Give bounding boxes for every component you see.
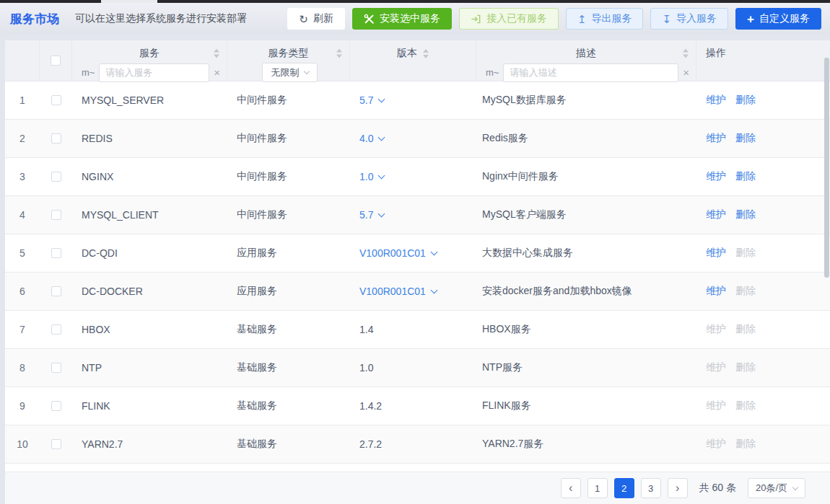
version-sort-icon[interactable] bbox=[423, 49, 429, 58]
type-filter-select[interactable]: 无限制 bbox=[262, 63, 318, 82]
version-select[interactable]: 5.7 bbox=[359, 94, 384, 106]
chevron-down-icon bbox=[378, 210, 385, 217]
description-filter-clear-icon[interactable]: × bbox=[683, 67, 689, 78]
row-checkbox[interactable] bbox=[51, 401, 61, 411]
version-cell: 1.4.2 bbox=[350, 400, 476, 412]
table-row: 10 YARN2.7 基础服务 2.7.2 YARN2.7服务 维护 删除 bbox=[5, 425, 830, 464]
log-in-icon bbox=[471, 14, 481, 25]
delete-link[interactable]: 删除 bbox=[735, 208, 756, 221]
description-filter-mode[interactable]: m~ bbox=[486, 67, 499, 78]
delete-link: 删除 bbox=[735, 361, 756, 374]
chevron-down-icon bbox=[378, 172, 385, 179]
service-column-label: 服务 bbox=[139, 47, 160, 60]
maintain-link: 维护 bbox=[706, 361, 726, 374]
refresh-button[interactable]: ↻ 刷新 bbox=[287, 8, 345, 30]
version-select[interactable]: V100R001C01 bbox=[359, 286, 437, 297]
version-cell: 5.7 bbox=[350, 94, 476, 106]
table-row: 1 MYSQL_SERVER 中间件服务 5.7 MySQL数据库服务 维护 删… bbox=[5, 81, 830, 120]
service-description: MySQL客户端服务 bbox=[476, 208, 696, 221]
row-checkbox[interactable] bbox=[51, 172, 61, 182]
vertical-scrollbar[interactable] bbox=[824, 58, 829, 278]
install-selected-button[interactable]: 安装选中服务 bbox=[352, 8, 452, 30]
service-name: NGINX bbox=[72, 171, 227, 182]
row-checkbox[interactable] bbox=[51, 210, 61, 220]
page-subtitle: 可以在这里选择系统服务进行安装部署 bbox=[75, 12, 247, 25]
version-select[interactable]: V100R001C01 bbox=[359, 247, 437, 259]
page-title: 服务市场 bbox=[10, 11, 59, 27]
service-description: 安装docker服务and加载hbox镜像 bbox=[476, 285, 696, 298]
row-actions: 维护 删除 bbox=[696, 323, 830, 336]
version-column-title: 版本 bbox=[350, 44, 476, 63]
delete-link[interactable]: 删除 bbox=[735, 132, 756, 145]
row-checkbox-cell bbox=[40, 439, 72, 449]
row-checkbox-cell bbox=[40, 95, 72, 105]
version-value: 1.0 bbox=[359, 171, 373, 182]
install-selected-label: 安装选中服务 bbox=[380, 12, 440, 25]
table-row: 6 DC-DOCKER 应用服务 V100R001C01 安装docker服务a… bbox=[5, 273, 830, 311]
row-checkbox[interactable] bbox=[51, 286, 61, 296]
description-filter-input[interactable] bbox=[503, 63, 678, 82]
maintain-link[interactable]: 维护 bbox=[706, 247, 726, 260]
maintain-link[interactable]: 维护 bbox=[706, 285, 726, 298]
maintain-link[interactable]: 维护 bbox=[706, 132, 726, 145]
custom-service-button[interactable]: + 自定义服务 bbox=[735, 8, 821, 30]
row-checkbox[interactable] bbox=[51, 248, 61, 258]
previous-page-button[interactable]: ‹ bbox=[561, 478, 581, 498]
service-filter: m~ × bbox=[72, 63, 227, 82]
row-checkbox[interactable] bbox=[51, 324, 61, 335]
row-checkbox[interactable] bbox=[51, 133, 61, 143]
service-type: 应用服务 bbox=[227, 285, 350, 298]
header-actions: ↻ 刷新 安装选中服务 接入已有服务 ↥ bbox=[287, 8, 821, 30]
import-button[interactable]: ↧ 导入服务 bbox=[650, 8, 728, 30]
pagination-bar: ‹ 123 › 共 60 条 20条/页 bbox=[5, 472, 830, 504]
description-sort-icon[interactable] bbox=[683, 49, 689, 58]
row-actions: 维护 删除 bbox=[696, 94, 830, 107]
type-sort-icon[interactable] bbox=[336, 49, 342, 58]
page-button-1[interactable]: 1 bbox=[587, 478, 608, 498]
delete-link[interactable]: 删除 bbox=[735, 170, 756, 183]
row-checkbox[interactable] bbox=[51, 439, 61, 449]
service-sort-icon[interactable] bbox=[214, 49, 219, 58]
version-select: 1.0 bbox=[359, 362, 373, 373]
version-select[interactable]: 1.0 bbox=[359, 171, 384, 182]
row-checkbox[interactable] bbox=[51, 363, 61, 373]
service-type: 中间件服务 bbox=[227, 94, 350, 107]
maintain-link[interactable]: 维护 bbox=[706, 170, 726, 183]
page-button-2[interactable]: 2 bbox=[614, 478, 634, 498]
export-button[interactable]: ↥ 导出服务 bbox=[566, 8, 644, 30]
select-all-checkbox[interactable] bbox=[51, 56, 61, 66]
version-select[interactable]: 5.7 bbox=[359, 209, 384, 221]
refresh-icon: ↻ bbox=[299, 14, 308, 25]
row-checkbox-cell bbox=[40, 172, 72, 182]
service-type: 基础服务 bbox=[227, 323, 350, 336]
version-value: V100R001C01 bbox=[359, 247, 426, 259]
row-checkbox[interactable] bbox=[51, 95, 61, 105]
version-cell: 1.0 bbox=[350, 362, 476, 373]
version-cell: 5.7 bbox=[350, 209, 476, 221]
row-index: 7 bbox=[5, 324, 40, 335]
service-description: Redis服务 bbox=[476, 132, 696, 145]
row-checkbox-cell bbox=[40, 133, 72, 143]
delete-link: 删除 bbox=[735, 247, 756, 260]
service-description: FLINK服务 bbox=[476, 399, 696, 412]
row-index: 3 bbox=[5, 171, 40, 182]
service-filter-clear-icon[interactable]: × bbox=[214, 67, 220, 78]
service-filter-input[interactable] bbox=[99, 63, 209, 82]
version-value: 1.4 bbox=[359, 324, 373, 335]
page-size-select[interactable]: 20条/页 bbox=[748, 478, 805, 498]
delete-link[interactable]: 删除 bbox=[735, 94, 756, 107]
version-select[interactable]: 4.0 bbox=[359, 133, 384, 144]
plus-icon: + bbox=[747, 13, 754, 25]
table-row: 4 MYSQL_CLIENT 中间件服务 5.7 MySQL客户端服务 维护 删… bbox=[5, 196, 830, 234]
maintain-link: 维护 bbox=[706, 399, 726, 412]
service-description: Nginx中间件服务 bbox=[476, 170, 696, 183]
access-existing-button[interactable]: 接入已有服务 bbox=[459, 8, 559, 30]
row-actions: 维护 删除 bbox=[696, 361, 830, 374]
row-checkbox-cell bbox=[40, 286, 72, 296]
page-button-3[interactable]: 3 bbox=[641, 478, 661, 498]
next-page-button[interactable]: › bbox=[668, 478, 688, 498]
maintain-link[interactable]: 维护 bbox=[706, 94, 726, 107]
service-description: NTP服务 bbox=[476, 361, 696, 374]
service-filter-mode[interactable]: m~ bbox=[82, 67, 95, 78]
maintain-link[interactable]: 维护 bbox=[706, 208, 726, 221]
